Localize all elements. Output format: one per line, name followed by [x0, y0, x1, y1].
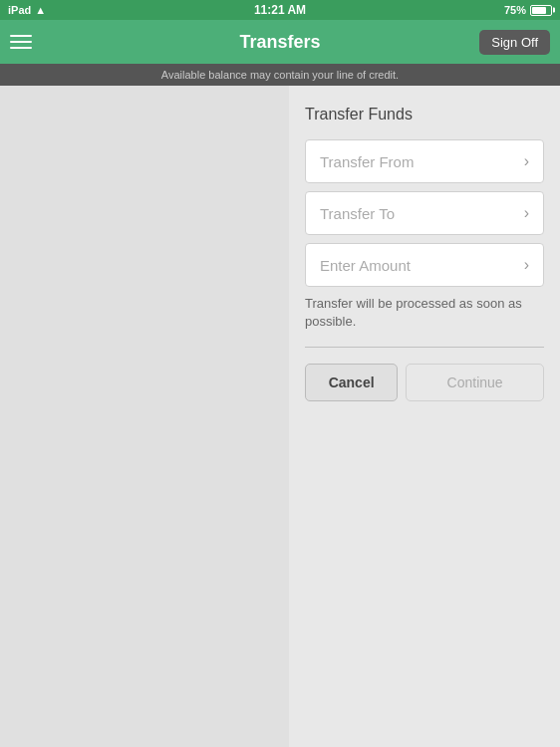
- transfer-to-field[interactable]: Transfer To ›: [305, 191, 544, 235]
- cancel-button[interactable]: Cancel: [305, 364, 398, 401]
- status-bar: iPad ▲ 11:21 AM 75%: [0, 0, 560, 20]
- status-time: 11:21 AM: [254, 3, 306, 17]
- wifi-icon: ▲: [35, 4, 46, 16]
- transfer-to-label: Transfer To: [320, 205, 395, 222]
- info-text: Transfer will be processed as soon as po…: [305, 295, 544, 331]
- hamburger-menu-button[interactable]: [10, 24, 46, 60]
- hamburger-line-1: [10, 35, 32, 37]
- page-title: Transfers: [239, 32, 320, 53]
- continue-button[interactable]: Continue: [406, 364, 544, 401]
- transfer-from-label: Transfer From: [320, 153, 414, 170]
- sign-off-button[interactable]: Sign Off: [479, 30, 550, 55]
- transfer-to-chevron-icon: ›: [524, 204, 529, 222]
- section-title: Transfer Funds: [305, 106, 544, 124]
- enter-amount-chevron-icon: ›: [524, 256, 529, 274]
- transfer-from-field[interactable]: Transfer From ›: [305, 139, 544, 183]
- divider: [305, 347, 544, 348]
- notice-text: Available balance may contain your line …: [161, 69, 399, 81]
- hamburger-line-3: [10, 47, 32, 49]
- enter-amount-label: Enter Amount: [320, 257, 411, 274]
- right-panel: Transfer Funds Transfer From › Transfer …: [289, 86, 560, 747]
- transfer-from-chevron-icon: ›: [524, 152, 529, 170]
- notice-bar: Available balance may contain your line …: [0, 64, 560, 86]
- status-right: 75%: [504, 4, 552, 16]
- device-label: iPad: [8, 4, 31, 16]
- main-content: Transfer Funds Transfer From › Transfer …: [0, 86, 560, 747]
- buttons-row: Cancel Continue: [305, 364, 544, 401]
- battery-percent: 75%: [504, 4, 526, 16]
- hamburger-line-2: [10, 41, 32, 43]
- status-left: iPad ▲: [8, 4, 46, 16]
- left-panel: [0, 86, 289, 747]
- nav-bar: Transfers Sign Off: [0, 20, 560, 64]
- battery-icon: [530, 5, 552, 16]
- enter-amount-field[interactable]: Enter Amount ›: [305, 243, 544, 287]
